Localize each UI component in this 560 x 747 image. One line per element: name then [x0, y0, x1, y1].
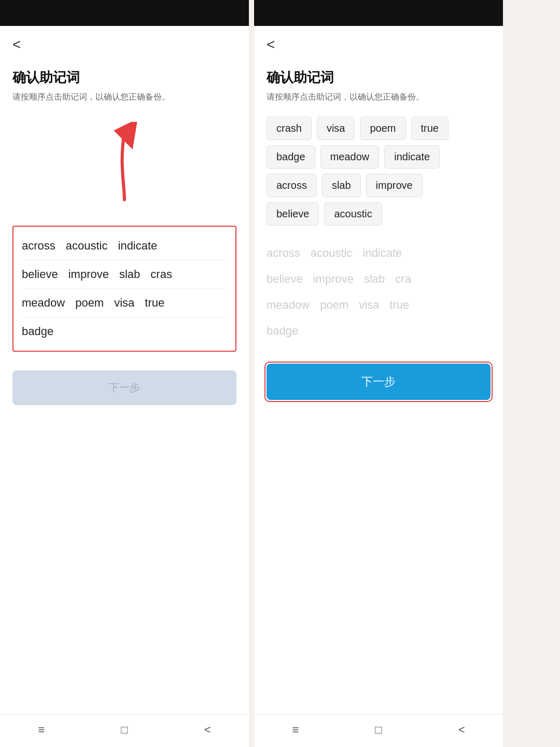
next-button-right[interactable]: 下一步	[267, 364, 491, 400]
chip-badge[interactable]: badge	[267, 145, 315, 169]
status-bar-right	[254, 0, 503, 26]
ghost-slab: slab	[364, 272, 385, 286]
chip-meadow[interactable]: meadow	[320, 145, 380, 169]
ghost-visa: visa	[359, 298, 379, 312]
chip-slab[interactable]: slab	[322, 174, 361, 197]
up-arrow-icon	[104, 122, 145, 205]
bottom-nav-left: ≡ □ <	[0, 714, 249, 747]
back-icon-left[interactable]: <	[204, 723, 211, 737]
back-button-left[interactable]: <	[12, 36, 21, 53]
word-across-1[interactable]: across	[22, 239, 55, 253]
ghost-cra: cra	[395, 272, 411, 286]
ghost-row-3: meadow poem visa true	[267, 295, 491, 315]
chips-area: crash visa poem true badge meadow indica…	[267, 117, 491, 231]
chip-true[interactable]: true	[411, 117, 449, 140]
chips-row-2: badge meadow indicate	[267, 145, 491, 169]
ghost-row-4: badge	[267, 321, 491, 341]
word-grid-box: across acoustic indicate believe improve…	[12, 226, 236, 352]
bottom-nav-right: ≡ □ <	[254, 714, 503, 747]
word-poem-1[interactable]: poem	[75, 296, 104, 310]
word-improve-1[interactable]: improve	[68, 268, 109, 281]
word-row-1: across acoustic indicate	[22, 232, 227, 260]
word-meadow-1[interactable]: meadow	[22, 296, 65, 310]
ghost-indicate: indicate	[363, 246, 402, 260]
menu-icon-right[interactable]: ≡	[292, 723, 299, 737]
word-row-4: badge	[22, 317, 227, 345]
nav-bar-left: <	[0, 26, 249, 58]
word-true-1[interactable]: true	[145, 296, 164, 310]
word-badge-1[interactable]: badge	[22, 325, 53, 338]
chip-improve[interactable]: improve	[366, 174, 423, 197]
word-row-2: believe improve slab cras	[22, 260, 227, 289]
chips-row-4: believe acoustic	[267, 202, 491, 226]
right-phone-panel: < 确认助记词 请按顺序点击助记词，以确认您正确备份。 crash visa p…	[254, 0, 503, 747]
arrow-area	[0, 112, 249, 215]
ghost-acoustic: acoustic	[311, 246, 353, 260]
word-acoustic-1[interactable]: acoustic	[66, 239, 108, 253]
ghost-badge: badge	[267, 324, 298, 338]
chip-poem[interactable]: poem	[360, 117, 405, 140]
word-visa-1[interactable]: visa	[114, 296, 134, 310]
home-icon-left[interactable]: □	[121, 723, 128, 737]
word-crash-1[interactable]: cras	[150, 268, 172, 281]
chip-crash[interactable]: crash	[267, 117, 312, 140]
ghost-improve: improve	[313, 272, 354, 286]
nav-bar-right: <	[254, 26, 503, 58]
ghost-believe: believe	[267, 272, 303, 286]
ghost-true: true	[389, 298, 409, 312]
word-believe-1[interactable]: believe	[22, 268, 58, 281]
ghost-row-1: across acoustic indicate	[267, 243, 491, 263]
word-indicate-1[interactable]: indicate	[118, 239, 158, 253]
ghost-across: across	[267, 246, 300, 260]
chips-row-3: across slab improve	[267, 174, 491, 197]
word-row-3: meadow poem visa true	[22, 289, 227, 317]
header-right: 确认助记词 请按顺序点击助记词，以确认您正确备份。	[254, 58, 503, 112]
chip-believe[interactable]: believe	[267, 202, 319, 226]
ghost-meadow: meadow	[267, 298, 310, 312]
header-left: 确认助记词 请按顺序点击助记词，以确认您正确备份。	[0, 58, 249, 112]
chips-row-1: crash visa poem true	[267, 117, 491, 140]
home-icon-right[interactable]: □	[375, 723, 382, 737]
next-button-left: 下一步	[12, 370, 236, 405]
ghost-poem: poem	[320, 298, 348, 312]
chip-indicate[interactable]: indicate	[384, 145, 440, 169]
page-title-right: 确认助记词	[267, 68, 491, 87]
page-title-left: 确认助记词	[12, 68, 236, 87]
back-button-right[interactable]: <	[267, 36, 275, 53]
page-subtitle-left: 请按顺序点击助记词，以确认您正确备份。	[12, 91, 236, 103]
chip-across[interactable]: across	[267, 174, 317, 197]
word-slab-1[interactable]: slab	[119, 268, 140, 281]
left-phone-panel: < 确认助记词 请按顺序点击助记词，以确认您正确备份。 across acous…	[0, 0, 249, 747]
chip-acoustic[interactable]: acoustic	[324, 202, 382, 226]
back-icon-right[interactable]: <	[458, 723, 465, 737]
ghost-area: across acoustic indicate believe improve…	[267, 243, 491, 347]
page-subtitle-right: 请按顺序点击助记词，以确认您正确备份。	[267, 91, 491, 103]
ghost-row-2: believe improve slab cra	[267, 269, 491, 289]
menu-icon-left[interactable]: ≡	[38, 723, 45, 737]
status-bar-left	[0, 0, 249, 26]
chip-visa[interactable]: visa	[317, 117, 355, 140]
